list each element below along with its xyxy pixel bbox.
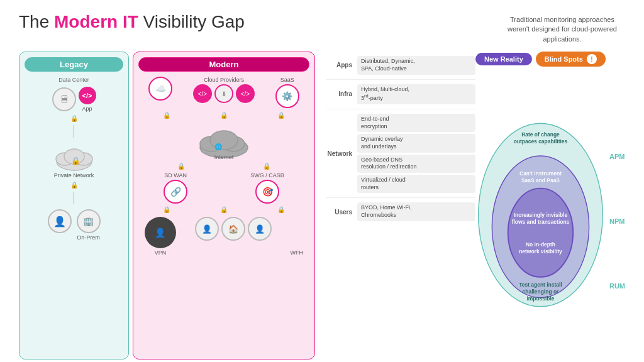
venn-headers: New Reality Blind Spots ! [475,52,625,67]
svg-text:impossible: impossible [526,296,554,302]
network-items: End-to-endencryption Dynamic overlayand … [357,112,475,195]
cloud-dev2-icon: </> [236,84,255,103]
network-item-1: End-to-endencryption [357,114,475,132]
svg-text:Rate of change: Rate of change [521,131,560,138]
modern-bottom-row: 👤 VPN 👤 🏠 👤 [138,217,309,256]
svg-text:SaaS and PaaS: SaaS and PaaS [521,177,560,184]
lock-row-3: 🔒 🔒 🔒 [138,206,309,214]
vpn-icon: 👤 [145,217,176,248]
building-node: 🏢 On-Prem [77,209,101,241]
lock-row-2: 🔒 🔒 [138,162,309,170]
cloud-providers-label: Cloud Providers [204,77,244,83]
right-data-area: Apps Distributed, Dynamic,SPA, Cloud-nat… [326,52,625,359]
network-item-4: Virtualized / cloudrouters [357,175,475,193]
lock-pink-3: 🔒 [277,112,285,119]
apps-row: Apps Distributed, Dynamic,SPA, Cloud-nat… [326,52,475,79]
title-highlight: Modern IT [54,12,138,31]
modern-mid-row: SD WAN 🔗 SWG / CASB 🎯 [138,172,309,204]
app-label: App [82,106,92,112]
users-row: Users BYOD, Home Wi-Fi,Chromebooks [326,198,475,225]
network-item-3: Geo-based DNSresolution / redirection [357,155,475,173]
svg-text:Increasingly invisible: Increasingly invisible [514,212,568,218]
wfh-group: 👤 🏠 👤 [195,217,272,256]
users-item-1: BYOD, Home Wi-Fi,Chromebooks [357,202,475,221]
title-part1: The [19,12,54,31]
venn-svg: Rate of change outpaces capabilities Can… [475,111,606,319]
wfh-user1: 👤 [195,217,219,256]
svg-text:outpaces capabilities: outpaces capabilities [514,138,568,145]
lock-icon-1: 🔒 [70,115,78,122]
wfh-building-icon: 🏠 [221,217,245,241]
network-row: Network End-to-endencryption Dynamic ove… [326,109,475,199]
network-category: Network [326,112,357,195]
npm-label: NPM [609,217,625,225]
lock-pink-8: 🔒 [277,206,285,213]
data-center-label: Data Center [58,77,89,83]
internet-cloud: 🌐 Internet [196,121,252,160]
data-table: Apps Distributed, Dynamic,SPA, Cloud-nat… [326,52,475,359]
infra-row: Infra Hybrid, Multi-cloud,3rd-party [326,80,475,109]
modern-layout: ☁️ Cloud Providers </> ⬇ </> SaaS [138,77,309,322]
user-icon: 👤 [48,209,72,233]
apps-item-1: Distributed, Dynamic,SPA, Cloud-native [357,56,475,74]
onprem-label: On-Prem [77,234,100,241]
svg-text:🔒: 🔒 [71,156,80,165]
header: The Modern IT Visibility Gap Traditional… [19,13,625,44]
left-panels: Legacy Data Center 🖥 </> App 🔒 [19,52,321,359]
lock-pink-7: 🔒 [220,206,228,213]
category-labels: APM NPM RUM [609,127,625,303]
private-network-label: Private Network [54,172,94,178]
swg-node: SWG / CASB 🎯 [250,172,284,204]
lock-pink-2: 🔒 [220,112,228,119]
lock-pink-5: 🔒 [263,163,270,170]
wfh-user2-icon: 👤 [248,217,272,241]
internet-cloud-svg: 🌐 [196,121,252,159]
swg-label: SWG / CASB [250,172,284,178]
cloud-icon-1: ☁️ [148,77,172,101]
server-app-group: 🖥 </> App [52,87,96,112]
svg-text:🌐: 🌐 [214,143,223,151]
svg-text:flows and transactions: flows and transactions [512,219,570,225]
blind-spots-label: Blind Spots [545,55,583,63]
building-icon: 🏢 [77,209,101,233]
wfh-user2: 👤 [248,217,272,256]
sdwan-node: SD WAN 🔗 [164,172,187,204]
app-icon: </> [79,87,96,104]
server-icon: 🖥 [52,87,76,111]
rum-label: RUM [609,282,625,290]
blind-spots-badge: Blind Spots ! [536,52,606,67]
users-category: Users [326,200,357,222]
subtitle-text: Traditional monitoring approaches weren'… [499,13,625,44]
lock-pink-6: 🔒 [163,206,170,213]
wfh-building: 🏠 [221,217,245,256]
cloud-providers-group: Cloud Providers </> ⬇ </> [193,77,255,108]
saas-label: SaaS [280,77,294,83]
apps-category: Apps [326,54,357,76]
swg-icon: 🎯 [255,180,279,204]
saas-group: SaaS ⚙️ [275,77,299,108]
right-section: Apps Distributed, Dynamic,SPA, Cloud-nat… [326,52,625,359]
network-item-2: Dynamic overlayand underlays [357,134,475,152]
app-node: </> App [79,87,96,112]
lock-pink-1: 🔒 [163,112,170,119]
sdwan-label: SD WAN [164,172,187,178]
saas-icon: ⚙️ [275,84,299,108]
svg-text:Can't instrument: Can't instrument [519,170,562,177]
sdwan-icon: 🔗 [164,180,187,204]
title-part2: Visibility Gap [138,12,245,31]
lock-pink-4: 🔒 [177,163,185,170]
internet-label: Internet [214,154,234,160]
venn-content: Rate of change outpaces capabilities Can… [475,70,625,359]
onprem-group: 👤 🏢 On-Prem [48,209,101,241]
modern-panel-title: Modern [138,57,309,72]
wfh-label: WFH [291,250,304,256]
cloud-dev-icon: </> [193,84,212,103]
apps-items: Distributed, Dynamic,SPA, Cloud-native [357,54,475,76]
svg-text:network visibility: network visibility [519,248,562,255]
page: The Modern IT Visibility Gap Traditional… [0,0,644,362]
modern-panel: Modern ☁️ Cloud Providers </> ⬇ </> [133,52,315,359]
venn-area: New Reality Blind Spots ! [475,52,625,359]
svg-text:challenging or: challenging or [523,288,559,295]
private-network-node: 🔒 Private Network [52,143,96,178]
line-v-1 [74,125,74,138]
